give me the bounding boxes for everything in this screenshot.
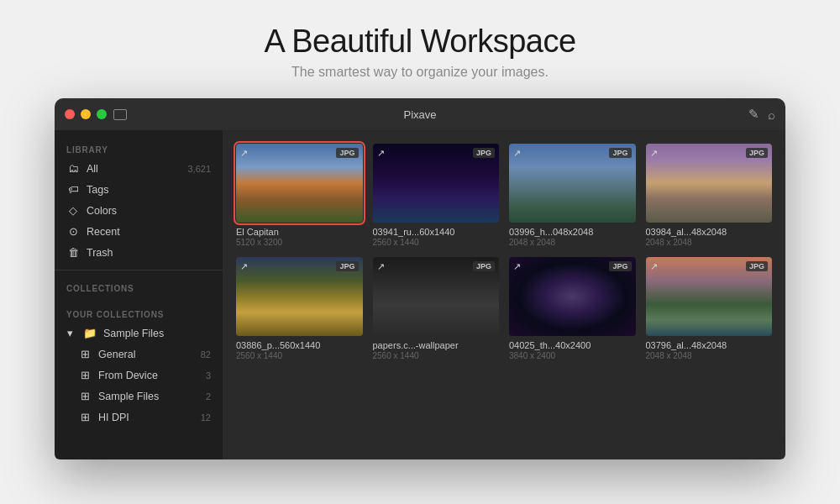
sidebar-item-recent-label: Recent — [87, 226, 120, 238]
sidebar-item-trash[interactable]: 🗑 Trash — [55, 242, 223, 263]
collections-label: COLLECTIONS — [55, 277, 223, 297]
arrow-icon: ↗ — [377, 148, 385, 159]
arrow-icon: ↗ — [650, 261, 658, 272]
folder-icon: 📁 — [83, 327, 97, 339]
image-thumb-img8: ↗JPG — [646, 257, 773, 336]
main-content: ↗JPGEl Capitan5120 x 3200↗JPG03941_ru...… — [223, 130, 785, 459]
sidebar-item-trash-label: Trash — [87, 247, 113, 259]
image-size: 3840 x 2400 — [509, 351, 636, 360]
all-count: 3,621 — [187, 164, 211, 174]
image-label: 03886_p...560x1440 — [236, 340, 363, 350]
sidebar-item-tags[interactable]: 🏷 Tags — [55, 179, 223, 200]
arrow-icon: ↗ — [240, 148, 248, 159]
colors-icon: ◇ — [66, 204, 80, 217]
all-icon: 🗂 — [66, 162, 80, 175]
sidebar-item-recent[interactable]: ⊙ Recent — [55, 221, 223, 242]
image-size: 2560 x 1440 — [373, 238, 500, 247]
general-count: 82 — [201, 349, 211, 360]
image-grid: ↗JPGEl Capitan5120 x 3200↗JPG03941_ru...… — [236, 144, 772, 360]
image-thumb-img1: ↗JPG — [236, 144, 363, 223]
header-section: A Beautiful Workspace The smartest way t… — [0, 0, 840, 98]
arrow-icon: ↗ — [650, 148, 658, 159]
minimize-button[interactable] — [81, 109, 91, 119]
sidebar-item-colors[interactable]: ◇ Colors — [55, 200, 223, 221]
format-badge: JPG — [336, 261, 358, 271]
image-size: 2560 x 1440 — [373, 351, 500, 360]
sidebar: LIBRARY 🗂 All 3,621 🏷 Tags ◇ Colors ⊙ Re… — [55, 130, 223, 459]
format-badge: JPG — [473, 261, 495, 271]
hi-dpi-count: 12 — [201, 412, 211, 423]
sub-title: The smartest way to organize your images… — [0, 65, 840, 80]
image-thumb-img6: ↗JPG — [373, 257, 500, 336]
app-title: Pixave — [403, 108, 436, 121]
image-item-img7[interactable]: ↗JPG04025_th...40x24003840 x 2400 — [509, 257, 636, 360]
sidebar-item-hi-dpi[interactable]: ⊞ HI DPI 12 — [55, 407, 223, 428]
format-badge: JPG — [609, 148, 631, 158]
image-thumb-img3: ↗JPG — [509, 144, 636, 223]
format-badge: JPG — [473, 148, 495, 158]
device-count: 3 — [206, 370, 211, 381]
image-thumb-img2: ↗JPG — [373, 144, 500, 223]
sidebar-item-from-device[interactable]: ⊞ From Device 3 — [55, 365, 223, 386]
arrow-icon: ↗ — [513, 148, 521, 159]
arrow-icon: ↗ — [240, 261, 248, 272]
window-icon — [113, 109, 127, 120]
image-size: 2048 x 2048 — [646, 238, 773, 247]
sidebar-item-sample-files-sub-label: Sample Files — [98, 391, 159, 402]
image-size: 2048 x 2048 — [509, 238, 636, 247]
sidebar-item-sample-files[interactable]: ▾ 📁 Sample Files — [55, 323, 223, 344]
edit-icon[interactable]: ✎ — [748, 107, 759, 122]
fullscreen-button[interactable] — [97, 109, 107, 119]
image-item-img2[interactable]: ↗JPG03941_ru...60x14402560 x 1440 — [373, 144, 500, 247]
image-size: 2560 x 1440 — [236, 351, 363, 360]
image-item-img4[interactable]: ↗JPG03984_al...48x20482048 x 2048 — [646, 144, 773, 247]
image-label: 04025_th...40x2400 — [509, 340, 636, 350]
library-label: LIBRARY — [55, 139, 223, 158]
general-icon: ⊞ — [78, 348, 92, 360]
sidebar-item-from-device-label: From Device — [98, 370, 158, 381]
format-badge: JPG — [746, 261, 768, 271]
image-label: papers.c...-wallpaper — [373, 340, 500, 350]
image-item-img1[interactable]: ↗JPGEl Capitan5120 x 3200 — [236, 144, 363, 247]
sidebar-item-sample-files-sub[interactable]: ⊞ Sample Files 2 — [55, 386, 223, 407]
image-label: 03984_al...48x2048 — [646, 227, 773, 237]
sidebar-item-sample-files-label: Sample Files — [103, 328, 164, 339]
image-label: 03996_h...048x2048 — [509, 227, 636, 237]
image-item-img6[interactable]: ↗JPGpapers.c...-wallpaper2560 x 1440 — [373, 257, 500, 360]
sidebar-item-general-label: General — [98, 349, 135, 360]
sidebar-item-all[interactable]: 🗂 All 3,621 — [55, 158, 223, 179]
image-thumb-img4: ↗JPG — [646, 144, 773, 223]
sidebar-item-colors-label: Colors — [87, 205, 117, 217]
image-thumb-img7: ↗JPG — [509, 257, 636, 336]
format-badge: JPG — [746, 148, 768, 158]
image-size: 5120 x 3200 — [236, 238, 363, 247]
search-icon[interactable]: ⌕ — [768, 108, 775, 122]
main-title: A Beautiful Workspace — [0, 24, 840, 60]
title-bar-actions: ✎ ⌕ — [748, 107, 775, 122]
close-button[interactable] — [65, 109, 75, 119]
your-collections-label: YOUR COLLECTIONS — [55, 303, 223, 323]
image-item-img8[interactable]: ↗JPG03796_al...48x20482048 x 2048 — [646, 257, 773, 360]
sidebar-item-general[interactable]: ⊞ General 82 — [55, 344, 223, 365]
image-thumb-img5: ↗JPG — [236, 257, 363, 336]
arrow-icon: ↗ — [513, 261, 521, 272]
format-badge: JPG — [609, 261, 631, 271]
image-item-img3[interactable]: ↗JPG03996_h...048x20482048 x 2048 — [509, 144, 636, 247]
format-badge: JPG — [336, 148, 358, 158]
app-window: Pixave ✎ ⌕ LIBRARY 🗂 All 3,621 🏷 Tags ◇ … — [55, 98, 785, 459]
sidebar-item-hi-dpi-label: HI DPI — [98, 412, 129, 423]
device-icon: ⊞ — [78, 369, 92, 381]
image-size: 2048 x 2048 — [646, 351, 773, 360]
collections-divider — [55, 270, 223, 270]
recent-icon: ⊙ — [66, 225, 80, 238]
tags-icon: 🏷 — [66, 183, 80, 196]
image-item-img5[interactable]: ↗JPG03886_p...560x14402560 x 1440 — [236, 257, 363, 360]
sidebar-item-all-label: All — [87, 163, 98, 175]
folder-arrow-icon: ▾ — [63, 327, 76, 339]
title-bar: Pixave ✎ ⌕ — [55, 98, 785, 130]
arrow-icon: ↗ — [377, 261, 385, 272]
app-body: LIBRARY 🗂 All 3,621 🏷 Tags ◇ Colors ⊙ Re… — [55, 130, 785, 459]
image-label: 03796_al...48x2048 — [646, 340, 773, 350]
trash-icon: 🗑 — [66, 246, 80, 259]
sample-icon: ⊞ — [78, 390, 92, 402]
